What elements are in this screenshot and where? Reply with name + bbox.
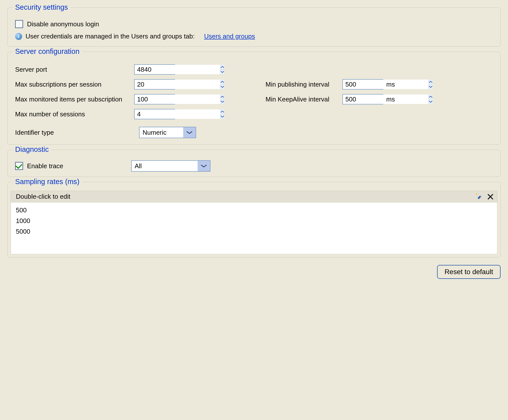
server-port-up[interactable] bbox=[220, 65, 224, 69]
min-pub-up[interactable] bbox=[429, 80, 433, 84]
min-keep-spinner[interactable] bbox=[342, 94, 383, 104]
enable-trace-checkbox[interactable] bbox=[15, 162, 23, 170]
max-items-input[interactable] bbox=[135, 95, 220, 104]
delete-rate-icon[interactable] bbox=[486, 193, 495, 201]
diagnostic-title: Diagnostic bbox=[13, 145, 51, 154]
add-rate-icon[interactable] bbox=[474, 193, 483, 201]
server-port-input[interactable] bbox=[135, 65, 220, 74]
max-subs-label: Max subscriptions per session bbox=[15, 81, 134, 88]
max-sessions-label: Max number of sessions bbox=[15, 110, 134, 118]
max-subs-input[interactable] bbox=[135, 80, 220, 89]
disable-anonymous-checkbox[interactable] bbox=[15, 20, 23, 28]
enable-trace-label: Enable trace bbox=[27, 162, 63, 170]
max-items-down[interactable] bbox=[220, 99, 224, 104]
min-pub-spinner[interactable] bbox=[342, 79, 383, 90]
trace-level-dropdown[interactable]: All bbox=[131, 160, 210, 172]
credentials-info-row: i User credentials are managed in the Us… bbox=[15, 32, 493, 40]
sampling-rate-item[interactable]: 1000 bbox=[16, 216, 492, 226]
min-keep-label: Min KeepAlive interval bbox=[266, 96, 342, 103]
sampling-hint: Double-click to edit bbox=[16, 193, 474, 200]
sampling-rate-item[interactable]: 500 bbox=[16, 205, 492, 216]
sampling-rates-title: Sampling rates (ms) bbox=[13, 178, 82, 186]
max-subs-up[interactable] bbox=[220, 80, 224, 84]
max-sessions-input[interactable] bbox=[135, 109, 220, 119]
trace-level-value: All bbox=[132, 161, 198, 171]
server-configuration-group: Server configuration Server port Max sub… bbox=[7, 52, 501, 145]
sampling-header: Double-click to edit bbox=[11, 191, 497, 202]
identifier-type-value: Numeric bbox=[140, 127, 183, 138]
security-settings-group: Security settings Disable anonymous logi… bbox=[7, 7, 501, 47]
diagnostic-group: Diagnostic Enable trace All bbox=[7, 150, 501, 177]
sampling-rates-list[interactable]: 500 1000 5000 bbox=[11, 202, 497, 254]
max-subs-spinner[interactable] bbox=[134, 79, 175, 90]
min-keep-up[interactable] bbox=[429, 95, 433, 99]
reset-to-default-button[interactable]: Reset to default bbox=[437, 265, 501, 279]
max-sessions-up[interactable] bbox=[220, 109, 224, 114]
server-port-spinner[interactable] bbox=[134, 64, 175, 75]
credentials-info-text: User credentials are managed in the User… bbox=[26, 32, 195, 40]
identifier-type-label: Identifier type bbox=[15, 129, 134, 136]
users-and-groups-link[interactable]: Users and groups bbox=[204, 32, 255, 40]
server-port-label: Server port bbox=[15, 66, 134, 73]
identifier-type-chevron[interactable] bbox=[183, 127, 196, 138]
trace-level-chevron[interactable] bbox=[198, 161, 210, 171]
min-keep-down[interactable] bbox=[429, 99, 433, 104]
server-configuration-title: Server configuration bbox=[13, 47, 82, 56]
min-pub-unit: ms bbox=[383, 81, 396, 88]
min-pub-label: Min publishing interval bbox=[266, 81, 342, 88]
disable-anonymous-row: Disable anonymous login bbox=[15, 20, 493, 28]
min-keep-unit: ms bbox=[383, 96, 396, 103]
sampling-rates-group: Sampling rates (ms) Double-click to edit bbox=[7, 182, 501, 258]
max-items-spinner[interactable] bbox=[134, 94, 175, 104]
max-sessions-spinner[interactable] bbox=[134, 109, 175, 119]
identifier-type-dropdown[interactable]: Numeric bbox=[139, 127, 196, 138]
max-items-up[interactable] bbox=[220, 95, 224, 99]
security-settings-title: Security settings bbox=[13, 3, 70, 11]
server-port-down[interactable] bbox=[220, 69, 224, 74]
max-items-label: Max monitored items per subscription bbox=[15, 96, 134, 103]
info-icon: i bbox=[15, 33, 22, 40]
disable-anonymous-label: Disable anonymous login bbox=[27, 20, 99, 28]
sampling-rate-item[interactable]: 5000 bbox=[16, 226, 492, 237]
min-pub-down[interactable] bbox=[429, 84, 433, 89]
max-subs-down[interactable] bbox=[220, 84, 224, 89]
max-sessions-down[interactable] bbox=[220, 114, 224, 119]
